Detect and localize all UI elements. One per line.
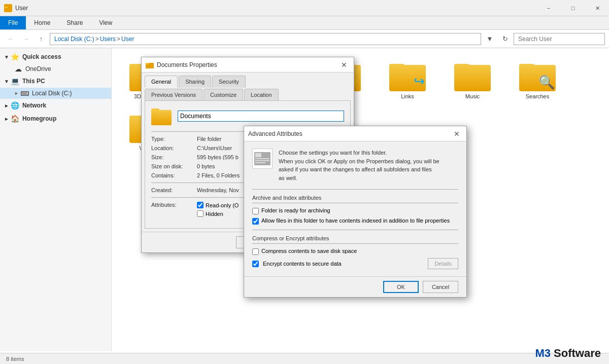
details-button[interactable]: Details xyxy=(428,258,458,269)
folder-name-input[interactable] xyxy=(178,111,344,122)
breadcrumb-users[interactable]: Users xyxy=(100,35,116,43)
breadcrumb-localdisk[interactable]: Local Disk (C:) xyxy=(54,35,94,43)
adv-index-row: Allow files in this folder to have conte… xyxy=(252,217,458,225)
back-button[interactable]: ← xyxy=(4,32,17,46)
sidebar-group-thispc[interactable]: ▼ 💻 This PC xyxy=(0,75,111,88)
folder-icon-music xyxy=(454,61,491,91)
thispc-icon: 💻 xyxy=(11,77,19,85)
sidebar-label-thispc: This PC xyxy=(22,78,45,85)
adv-content: Choose the settings you want for this fo… xyxy=(244,141,466,276)
address-field[interactable]: Local Disk (C:) > Users > User xyxy=(50,33,481,45)
adv-header-text: Choose the settings you want for this fo… xyxy=(279,149,439,182)
adv-header: Choose the settings you want for this fo… xyxy=(252,149,458,182)
advanced-attributes-dialog[interactable]: Advanced Attributes ✕ Choose the setting… xyxy=(244,126,467,298)
tab-share[interactable]: Share xyxy=(58,16,91,29)
dialog-title-bar: Documents Properties ✕ xyxy=(142,57,354,72)
sidebar-label-homegroup: Homegroup xyxy=(22,115,56,122)
dialog-title-text: Documents Properties xyxy=(157,61,339,68)
arrow-icon2: ▼ xyxy=(4,79,9,84)
dialog-close-button[interactable]: ✕ xyxy=(339,59,350,70)
sidebar-group-quickaccess[interactable]: ▼ ⭐ Quick access xyxy=(0,50,111,63)
attributes-label: Attributes: xyxy=(151,202,197,219)
adv-header-icon xyxy=(252,149,273,169)
tab-view[interactable]: View xyxy=(91,16,120,29)
close-button[interactable]: ✕ xyxy=(586,0,609,16)
adv-title-bar: Advanced Attributes ✕ xyxy=(244,126,466,141)
dropdown-button[interactable]: ▼ xyxy=(483,32,496,46)
sidebar-group-homegroup[interactable]: ► 🏠 Homegroup xyxy=(0,112,111,125)
tab-bar: General Sharing Security xyxy=(142,72,354,88)
sizeondisk-label: Size on disk: xyxy=(151,163,197,169)
dialog-title-icon xyxy=(146,61,154,69)
file-item-music[interactable]: Music xyxy=(445,56,500,104)
homegroup-icon: 🏠 xyxy=(11,115,19,123)
ribbon: File Home Share View xyxy=(0,16,609,30)
ribbon-tabs: File Home Share View xyxy=(0,16,609,29)
title-bar-icon xyxy=(4,4,12,12)
tab-general[interactable]: General xyxy=(145,76,178,88)
readonly-checkbox[interactable] xyxy=(197,202,204,208)
tab-previous-versions[interactable]: Previous Versions xyxy=(145,89,202,100)
adv-close-button[interactable]: ✕ xyxy=(451,128,462,139)
title-bar-controls: − □ ✕ xyxy=(537,0,609,16)
archive-ready-checkbox[interactable] xyxy=(252,208,259,214)
hidden-checkbox[interactable] xyxy=(197,210,204,217)
arrow-icon3: ► xyxy=(4,103,9,108)
index-checkbox[interactable] xyxy=(252,218,259,225)
refresh-button[interactable]: ↻ xyxy=(498,32,512,46)
quickaccess-icon: ⭐ xyxy=(11,53,19,61)
encrypt-label: Encrypt contents to secure data xyxy=(263,261,424,267)
adv-compress-section: Compress or Encrypt attributes xyxy=(252,235,458,244)
svg-rect-8 xyxy=(255,153,261,157)
tab-home[interactable]: Home xyxy=(26,16,58,29)
adv-encrypt-row: Encrypt contents to secure data Details xyxy=(252,258,458,269)
tab-file[interactable]: File xyxy=(0,16,26,29)
prop-folder-body xyxy=(151,110,172,125)
hidden-row: Hidden xyxy=(197,210,239,217)
file-label-searches: Searches xyxy=(526,93,549,99)
localdisk-icon xyxy=(21,89,29,97)
forward-button[interactable]: → xyxy=(19,32,32,46)
adv-cancel-button[interactable]: Cancel xyxy=(423,281,458,293)
tab-security[interactable]: Security xyxy=(212,76,246,88)
sidebar-item-onedrive[interactable]: ☁ OneDrive xyxy=(0,63,111,75)
search-input[interactable] xyxy=(514,33,605,45)
contains-label: Contains: xyxy=(151,172,197,178)
up-button[interactable]: ↑ xyxy=(35,32,48,46)
readonly-row: Read-only (O xyxy=(197,202,239,208)
folder-icon-links: ↩ xyxy=(389,61,426,91)
svg-rect-9 xyxy=(255,158,269,159)
sidebar: ▼ ⭐ Quick access ☁ OneDrive ▼ 💻 This PC … xyxy=(0,48,112,351)
folder-body xyxy=(454,65,491,91)
breadcrumb-sep2: > xyxy=(117,35,120,43)
searches-glass-icon: 🔍 xyxy=(538,75,555,90)
file-label-links: Links xyxy=(401,93,414,99)
adv-sep-2 xyxy=(252,230,458,230)
archive-ready-label: Folder is ready for archiving xyxy=(261,207,330,213)
adv-title-text: Advanced Attributes xyxy=(248,130,451,137)
size-label: Size: xyxy=(151,154,197,160)
file-item-links[interactable]: ↩ Links xyxy=(380,56,435,104)
readonly-label: Read-only (O xyxy=(206,202,239,208)
breadcrumb-sep1: > xyxy=(95,35,99,43)
title-bar-title: User xyxy=(15,5,605,12)
sidebar-group-network[interactable]: ► 🌐 Network xyxy=(0,99,111,112)
adv-ok-button[interactable]: OK xyxy=(383,281,419,293)
tab-location[interactable]: Location xyxy=(244,89,279,100)
file-item-searches[interactable]: 🔍 Searches xyxy=(510,56,565,104)
prop-folder-icon xyxy=(151,107,172,125)
sidebar-item-localdisk[interactable]: ► Local Disk (C:) xyxy=(0,88,111,99)
address-bar: ← → ↑ Local Disk (C:) > Users > User ▼ ↻ xyxy=(0,30,609,48)
sidebar-label-network: Network xyxy=(22,102,46,109)
created-label: Created: xyxy=(151,187,197,193)
encrypt-checkbox[interactable] xyxy=(252,261,259,267)
attributes-checks: Read-only (O Hidden xyxy=(197,202,239,219)
sidebar-label-quickaccess: Quick access xyxy=(22,53,61,60)
compress-checkbox[interactable] xyxy=(252,248,259,255)
breadcrumb-user[interactable]: User xyxy=(121,35,134,43)
tab-customize[interactable]: Customize xyxy=(204,89,243,100)
minimize-button[interactable]: − xyxy=(537,0,560,16)
tab-sharing[interactable]: Sharing xyxy=(179,76,211,88)
maximize-button[interactable]: □ xyxy=(561,0,585,16)
index-label: Allow files in this folder to have conte… xyxy=(261,217,450,224)
